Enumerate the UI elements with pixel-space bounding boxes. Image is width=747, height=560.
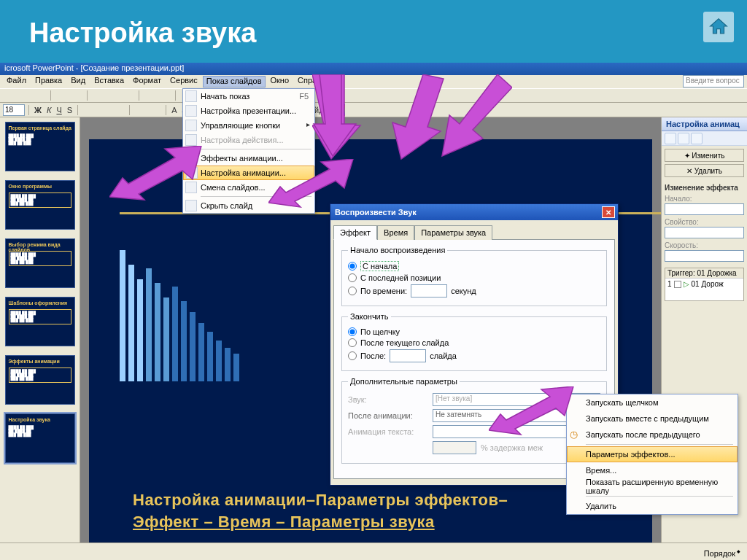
menu-separator (586, 496, 733, 497)
trigger-row[interactable]: 1 ▷ 01 Дорож (665, 279, 743, 289)
speed-combo[interactable] (665, 250, 744, 262)
delay-row: % задержка меж (348, 441, 600, 454)
italic-button[interactable]: К (45, 106, 53, 114)
opt-after-current[interactable]: После текущего слайда (348, 338, 600, 347)
redo-icon[interactable] (158, 90, 171, 101)
group-label: Закончить (348, 312, 391, 321)
bullets-icon[interactable] (133, 104, 147, 116)
slide-thumbnail[interactable]: Окно программы████ ██ █████ ████ █████ █… (5, 180, 75, 230)
start-label: Начало: (665, 195, 744, 203)
slide-thumbnail[interactable]: Первая страница слайда████ ██ █████ ████… (5, 122, 75, 171)
task-pane-nav[interactable] (662, 131, 747, 146)
menu-сервис[interactable]: Сервис (166, 76, 201, 88)
ctx-item[interactable]: Время... (567, 462, 738, 478)
delete-effect-button[interactable]: ✕ Удалить (665, 164, 744, 177)
menu-правка[interactable]: Правка (31, 76, 66, 88)
preview-icon[interactable] (70, 90, 83, 101)
opt-from-last[interactable]: С последней позиции (348, 273, 600, 282)
order-label: ⬥ Порядок (736, 546, 741, 555)
menu-item[interactable]: Настройка презентации... (183, 104, 314, 118)
menu-item[interactable]: Управляющие кнопки (183, 118, 314, 133)
standard-toolbar[interactable]: 39% (0, 88, 747, 103)
trigger-list[interactable]: Триггер: 01 Дорожка 1 ▷ 01 Дорож (665, 268, 744, 301)
tab-Время[interactable]: Время (377, 225, 414, 240)
menu-item-icon (185, 90, 197, 102)
menubar[interactable]: ФайлПравкаВидВставкаФорматСервисПоказ сл… (0, 75, 747, 88)
slide-thumbnail[interactable]: Выбор режима вида слайдов████ ██ █████ █… (5, 238, 75, 288)
align-right-icon[interactable] (112, 104, 125, 116)
menu-вид[interactable]: Вид (67, 76, 89, 88)
opt-from-start[interactable]: С начала (348, 261, 600, 271)
menu-показ слайдов[interactable]: Показ слайдов (203, 76, 266, 88)
menu-файл[interactable]: Файл (3, 76, 30, 88)
separator (175, 90, 176, 101)
undo-icon[interactable] (143, 90, 156, 101)
shadow-button[interactable]: S (66, 106, 74, 114)
menu-item-icon (185, 120, 197, 131)
dialog-tabs[interactable]: ЭффектВремяПараметры звука (333, 225, 615, 239)
menu-формат[interactable]: Формат (129, 76, 165, 88)
cut-icon[interactable] (91, 90, 104, 101)
tab-Параметры звука[interactable]: Параметры звука (414, 225, 492, 240)
property-label: Свойство: (665, 218, 744, 226)
task-pane-title: Настройка анимац (662, 117, 747, 131)
powerpoint-window: icrosoft PowerPoint - [Создание презента… (0, 63, 747, 560)
opt-by-time[interactable]: По времени: секунд (348, 284, 600, 298)
ctx-item[interactable]: Запускать после предыдущего (567, 427, 738, 443)
arrow-annotation (109, 146, 204, 207)
copy-icon[interactable] (107, 90, 120, 101)
home-button[interactable] (703, 12, 734, 42)
back-icon[interactable] (665, 133, 676, 144)
property-combo[interactable] (665, 227, 744, 238)
paste-icon[interactable] (122, 90, 135, 101)
slide-thumbnails-pane[interactable]: Первая страница слайда████ ██ █████ ████… (0, 117, 80, 542)
bold-button[interactable]: Ж (33, 106, 43, 114)
slides-spinner[interactable] (390, 349, 426, 362)
start-combo[interactable] (665, 203, 744, 215)
home-icon (708, 16, 729, 38)
menu-item: Настройка действия... (183, 133, 314, 147)
ctx-item[interactable]: Параметры эффектов... (567, 446, 738, 462)
forward-icon[interactable] (678, 133, 689, 144)
ctx-item[interactable]: Удалить (567, 498, 738, 514)
delay-spinner[interactable] (433, 441, 476, 454)
group-label: Начало воспроизведения (348, 246, 447, 254)
slide-thumbnail[interactable]: Настройка звука████ ██ █████ ████ █████ … (5, 413, 75, 463)
slide-thumbnail[interactable]: Эффекты анимации████ ██ █████ ████ █████… (5, 355, 75, 405)
home-icon[interactable] (691, 133, 703, 144)
formatting-toolbar[interactable]: 18 Ж К Ч S A A Конструктор Создать слайд (0, 103, 747, 117)
font-grow-icon[interactable]: A (170, 106, 178, 114)
open-icon[interactable] (18, 90, 31, 101)
window-titlebar: icrosoft PowerPoint - [Создание презента… (0, 63, 747, 75)
print-icon[interactable] (55, 90, 68, 101)
separator (87, 90, 88, 101)
ctx-item[interactable]: Запускать вместе с предыдущим (567, 411, 738, 427)
save-icon[interactable] (34, 90, 47, 101)
opt-on-click[interactable]: По щелчку (348, 327, 600, 336)
align-left-icon[interactable] (82, 104, 95, 116)
font-size-combo[interactable]: 18 (3, 104, 25, 116)
time-spinner[interactable] (411, 284, 447, 298)
menu-item[interactable]: Начать показF5 (183, 89, 314, 104)
ctx-item[interactable]: Показать расширенную временную шкалу (567, 478, 738, 494)
align-center-icon[interactable] (97, 104, 110, 116)
menu-вставка[interactable]: Вставка (90, 76, 128, 88)
svg-marker-5 (442, 74, 512, 156)
menu-separator (586, 444, 733, 445)
effect-context-menu[interactable]: Запускать щелчкомЗапускать вместе с пред… (566, 394, 738, 515)
tab-Эффект[interactable]: Эффект (333, 225, 377, 240)
new-doc-icon[interactable] (3, 90, 16, 101)
ctx-item[interactable]: Запускать щелчком (567, 394, 738, 411)
numbering-icon[interactable] (149, 104, 162, 116)
close-button[interactable]: ✕ (602, 206, 615, 218)
change-effect-button[interactable]: ✦ Изменить (665, 149, 744, 162)
opt-after-n[interactable]: После: слайда (348, 349, 600, 362)
menu-окно[interactable]: Окно (267, 76, 293, 88)
arrow-annotation (489, 386, 576, 440)
dialog-titlebar[interactable]: Воспроизвести Звук ✕ (330, 204, 618, 220)
underline-button[interactable]: Ч (55, 106, 63, 114)
help-search[interactable]: Введите вопрос (683, 75, 744, 88)
caption-text: Настройка анимации–Параметры эффектов– Э… (133, 489, 623, 533)
slide-thumbnail[interactable]: Шаблоны оформления████ ██ █████ ████ ███… (5, 297, 75, 346)
svg-marker-4 (392, 74, 444, 159)
